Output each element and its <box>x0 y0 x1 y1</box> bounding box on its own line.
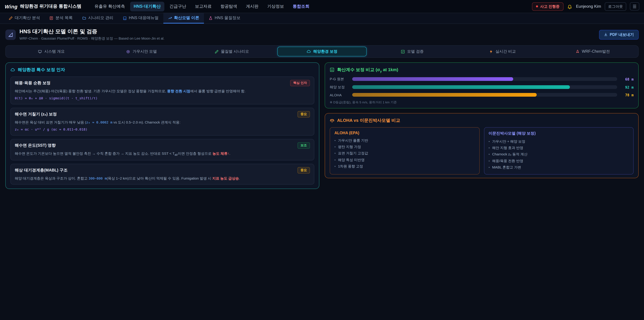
tab-gaussian-model[interactable]: 가우시안 모델 <box>97 47 186 56</box>
top-navbar: Wing 해양환경 위기대응 통합시스템 유출유 확산예측 HNS·대기확산 긴… <box>0 0 644 13</box>
tab-label: WRF-Chem발전 <box>582 49 610 54</box>
factor-formula: z₀ = αc · u*² / g (αc ≈ 0.011~0.018) <box>15 127 310 132</box>
list-item: MABL 혼합고 가변 <box>488 164 629 171</box>
subtab-label: 확산모델 이론 <box>174 15 199 21</box>
factor-description: 해안에서는 주간(해풍)·야간(육풍) 풍향 전환 발생. 기존 가우시안 모델… <box>15 88 310 101</box>
nav-item-hns-atmos[interactable]: HNS·대기확산 <box>130 2 164 11</box>
hamburger-menu-icon[interactable]: ☰ <box>630 2 639 11</box>
bar-fill <box>352 85 570 89</box>
subtab-label: 분석 목록 <box>56 15 73 21</box>
left-column: 해양환경 특수 보정 인자 해풍·육풍 순환 보정 핵심 인자 해안에서는 주간… <box>5 62 319 189</box>
marine-card-title: 해양환경 특수 보정 인자 <box>10 67 314 73</box>
rocket-icon <box>576 50 580 54</box>
pdf-export-label: PDF 내보내기 <box>610 32 634 37</box>
tab-marine-correction[interactable]: 해양환경 보정 <box>278 47 366 56</box>
nav-item-oil-spill[interactable]: 유출유 확산예측 <box>91 2 129 11</box>
list-item: 해양 특성 미반영 <box>334 157 475 163</box>
bar-value: 92 m <box>621 85 634 89</box>
tab-substance-scenarios[interactable]: 물질별 시나리오 <box>187 47 276 56</box>
pencil-icon <box>9 16 13 20</box>
check-square-icon <box>401 50 405 54</box>
subtab-analysis-list[interactable]: 분석 목록 <box>45 13 78 24</box>
pencil-icon <box>214 50 218 54</box>
comparison-title-text: ALOHA vs 이문진박사모델 비교 <box>337 117 400 123</box>
subtab-label: HNS 대응매뉴얼 <box>129 15 158 21</box>
app-logo: Wing <box>5 4 18 9</box>
section-tabs: 시스템 개요 가우시안 모델 물질별 시나리오 해양환경 보정 모델 검증 <box>5 45 639 58</box>
marine-card-title-text: 해양환경 특수 보정 인자 <box>18 67 65 73</box>
bar-fill <box>352 77 513 81</box>
tab-label: 가우시안 모델 <box>133 49 157 54</box>
leemoonjin-model-panel: 이문진박사모델 (해양 보정) 가우시안 + 해양 보정 해안 지형 효과 반영… <box>484 127 634 174</box>
factor-title: 해풍·육풍 순환 보정 <box>15 80 50 86</box>
chart-card-title: 확산계수 보정 비교 (σy at 1km) <box>330 67 634 73</box>
right-column: 확산계수 보정 비교 (σy at 1km) P-G 원본 68 m 해양 보정… <box>325 62 639 178</box>
folder-icon <box>82 16 86 20</box>
factor-badge: 핵심 인자 <box>290 80 310 86</box>
bar-track <box>352 93 617 97</box>
nav-item-board[interactable]: 게시판 <box>242 2 262 11</box>
nav-item-rescue[interactable]: 긴급구난 <box>166 2 190 11</box>
notification-bell-icon[interactable] <box>567 4 572 9</box>
factor-badge: 보조 <box>298 142 310 149</box>
bar-track <box>352 85 617 89</box>
text-segment: 해수면은 육상 대비 표면 거칠기가 매우 낮음 ( <box>15 120 86 124</box>
text-segment: 해수면 온도가 기온보다 높으면 열적 불안정 촉진 → 수직 혼합 증가 → … <box>15 151 174 155</box>
nav-item-weather[interactable]: 기상정보 <box>264 2 288 11</box>
factor-description: 해수면 온도가 기온보다 높으면 열적 불안정 촉진 → 수직 혼합 증가 → … <box>15 151 310 157</box>
comparison-grid: ALOHA (EPA) 가우시안 플룸 기반 평탄 지형 가정 표면 거칠기 고… <box>330 127 634 174</box>
subtab-hns-substance-info[interactable]: HNS 물질정보 <box>204 13 245 24</box>
bar-fill <box>352 93 537 97</box>
chart-title-text: 확산계수 보정 비교 (σy at 1km) <box>337 67 398 73</box>
text-segment: 해양 대기경계층은 육상과 구조가 상이. 혼합고 <box>15 176 88 180</box>
incident-status-badge[interactable]: 사고 진행중 <box>532 2 564 11</box>
bar-track <box>352 77 617 81</box>
app-brand[interactable]: Wing 해양환경 위기대응 통합시스템 <box>5 3 81 10</box>
tab-wrf-chem-roadmap[interactable]: WRF-Chem발전 <box>548 47 637 56</box>
tab-realtime-comparison[interactable]: 실시간 비교 <box>458 47 547 56</box>
logout-button[interactable]: 로그아웃 <box>605 2 626 11</box>
nav-item-reports[interactable]: 보고자료 <box>191 2 215 11</box>
text-segment: . <box>229 151 230 155</box>
ruler-triangle-icon <box>5 29 16 40</box>
tab-model-validation[interactable]: 모델 검증 <box>368 47 457 56</box>
list-item: 가우시안 플룸 기반 <box>334 137 475 144</box>
factor-description: 해양 대기경계층은 육상과 구조가 상이. 혼합고 300~800 m(육상 1… <box>15 176 310 181</box>
page: Wing 해양환경 위기대응 통합시스템 유출유 확산예측 HNS·대기확산 긴… <box>0 0 644 320</box>
cloud-icon <box>306 49 311 54</box>
chart-footnote: ※ D등급(중립), 풍속 5 m/s, 풍하거리 1 km 기준 <box>330 100 634 105</box>
list-item: 평탄 지형 가정 <box>334 144 475 150</box>
list-item: 1차원 풍향 고정 <box>334 163 475 170</box>
monitor-icon <box>38 50 42 54</box>
model-comparison-card: ALOHA vs 이문진박사모델 비교 ALOHA (EPA) 가우시안 플룸 … <box>325 113 639 178</box>
subtab-dispersion-analysis[interactable]: 대기확산 분석 <box>4 13 45 24</box>
list-item: 표면 거칠기 고정값 <box>334 150 475 157</box>
text-segment: 이면 안정층 형성으로 <box>178 151 213 155</box>
subtab-hns-manual[interactable]: HNS 대응매뉴얼 <box>118 13 163 24</box>
factor-badge: 중요 <box>298 111 310 117</box>
scale-icon <box>330 118 334 123</box>
factor-formula: θ(t) = θ₀ + Δθ · sigmoid((t - t_shift)/τ… <box>15 96 310 101</box>
sub-navigation: 대기확산 분석 분석 목록 시나리오 관리 HNS 대응매뉴얼 확산모델 이론 <box>0 13 644 24</box>
bar-label: 해양 보정 <box>330 85 348 89</box>
bar-label: ALOHA <box>330 93 348 97</box>
tab-system-overview[interactable]: 시스템 개요 <box>7 47 96 56</box>
subtab-model-theory[interactable]: 확산모델 이론 <box>163 13 204 24</box>
factor-card-sea-land-breeze: 해풍·육풍 순환 보정 핵심 인자 해안에서는 주간(해풍)·야간(육풍) 풍향… <box>10 77 314 104</box>
incident-dot-icon <box>536 5 538 8</box>
bar-chart-square-icon <box>330 68 334 72</box>
user-name: Eunjeong Kim <box>576 4 601 9</box>
comparison-card-title: ALOHA vs 이문진박사모델 비교 <box>330 117 634 123</box>
cloud-icon <box>10 68 15 72</box>
highlight-red-segment: 농도 체류↑ <box>212 151 229 155</box>
nav-item-aerial-search[interactable]: 항공탐색 <box>217 2 241 11</box>
pdf-export-button[interactable]: PDF 내보내기 <box>599 30 639 40</box>
nav-item-integrated-search[interactable]: 통합조회 <box>289 2 313 11</box>
dispersion-coefficient-card: 확산계수 보정 비교 (σy at 1km) P-G 원본 68 m 해양 보정… <box>325 62 639 108</box>
subscript-segment: air <box>174 153 178 156</box>
book-icon <box>123 16 127 20</box>
highlight-red-segment: 지표 농도 급상승 <box>212 176 239 180</box>
subtab-scenario-management[interactable]: 시나리오 관리 <box>77 13 118 24</box>
text-segment: . <box>239 176 240 180</box>
list-icon <box>50 16 54 20</box>
